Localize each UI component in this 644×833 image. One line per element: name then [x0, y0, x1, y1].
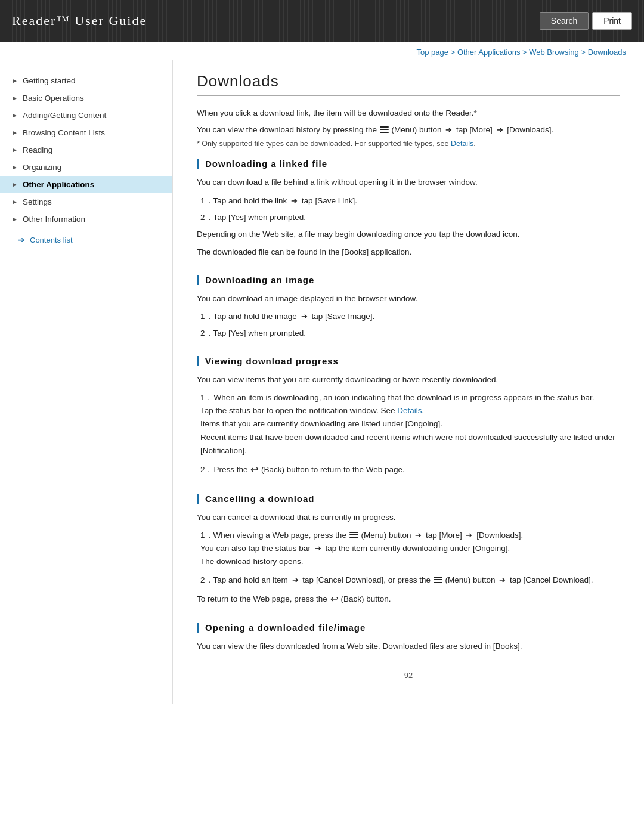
section-cancelling-download: Cancelling a download You can cancel a d…	[197, 494, 620, 608]
sidebar-item-label: Reading	[23, 145, 52, 154]
progress-step2: 2 . Press the ↩ (Back) button to return …	[197, 462, 620, 478]
sidebar-item-settings[interactable]: ► Settings	[0, 193, 172, 210]
arrow-icon: ►	[12, 78, 18, 84]
arrow-icon: ➔	[415, 529, 422, 541]
progress-ongoing: Items that you are currently downloading…	[200, 419, 442, 428]
intro-note: * Only supported file types can be downl…	[197, 140, 620, 148]
contents-list-link[interactable]: ➔ Contents list	[0, 228, 172, 249]
linked-file-extra1: Depending on the Web site, a file may be…	[197, 228, 620, 241]
image-step1: 1．Tap and hold the image ➔ tap [Save Ima…	[197, 310, 620, 323]
details-link2[interactable]: Details	[397, 406, 422, 415]
sidebar-item-label: Other Applications	[23, 180, 94, 189]
section-downloading-linked-file: Downloading a linked file You can downlo…	[197, 159, 620, 259]
menu-icon	[349, 532, 358, 538]
arrow-icon: ►	[12, 181, 18, 188]
section-viewing-progress: Viewing download progress You can view i…	[197, 356, 620, 478]
breadcrumb: Top page > Other Applications > Web Brow…	[0, 42, 644, 60]
sidebar-item-label: Organizing	[23, 163, 61, 172]
sidebar-item-label: Settings	[23, 197, 52, 206]
section-title-progress: Viewing download progress	[197, 356, 620, 366]
page-title: Downloads	[197, 72, 620, 96]
arrow-icon: ►	[12, 95, 18, 101]
page-number: 92	[197, 671, 620, 680]
section-downloading-image: Downloading an image You can download an…	[197, 275, 620, 340]
main-content: Downloads When you click a download link…	[173, 60, 644, 704]
arrow-icon: ➔	[499, 574, 506, 586]
sidebar-item-basic-operations[interactable]: ► Basic Operations	[0, 89, 172, 107]
progress-recent: Recent items that have been downloaded a…	[200, 433, 615, 455]
image-step2: 2．Tap [Yes] when prompted.	[197, 327, 620, 340]
breadcrumb-downloads[interactable]: Downloads	[588, 48, 626, 57]
cancel-step1: 1．When viewing a Web page, press the (Me…	[197, 529, 620, 569]
cancel-return: To return to the Web page, press the ↩ (…	[197, 592, 620, 607]
menu-icon	[434, 577, 442, 583]
cancel-intro: You can cancel a download that is curren…	[197, 511, 620, 524]
linked-file-extra2: The downloaded file can be found in the …	[197, 246, 620, 259]
image-intro: You can download an image displayed in t…	[197, 292, 620, 305]
linked-file-step2: 2．Tap [Yes] when prompted.	[197, 211, 620, 224]
section-title-linked-file: Downloading a linked file	[197, 159, 620, 169]
breadcrumb-web-browsing[interactable]: Web Browsing	[529, 48, 579, 57]
linked-file-step1: 1．Tap and hold the link ➔ tap [Save Link…	[197, 194, 620, 208]
intro-line1: When you click a download link, the item…	[197, 107, 620, 120]
cancel-step2: 2．Tap and hold an item ➔ tap [Cancel Dow…	[197, 574, 620, 587]
arrow-icon: ➔	[497, 124, 503, 137]
arrow-icon: ►	[12, 199, 18, 205]
progress-tap-details: Tap the status bar to open the notificat…	[200, 406, 424, 415]
cancel-history: The download history opens.	[200, 557, 304, 566]
arrow-icon: ►	[12, 216, 18, 222]
sidebar-item-label: Adding/Getting Content	[23, 111, 106, 120]
arrow-icon: ►	[12, 147, 18, 153]
arrow-icon: ➔	[292, 574, 299, 586]
sidebar-item-reading[interactable]: ► Reading	[0, 141, 172, 159]
section-title-image: Downloading an image	[197, 275, 620, 285]
sidebar-item-browsing-content-lists[interactable]: ► Browsing Content Lists	[0, 124, 172, 141]
arrow-icon: ➔	[301, 310, 308, 323]
print-button[interactable]: Print	[592, 12, 632, 30]
section-opening-downloaded: Opening a downloaded file/image You can …	[197, 623, 620, 653]
sidebar: ► Getting started ► Basic Operations ► A…	[0, 60, 173, 704]
arrow-icon: ➔	[466, 529, 472, 541]
section-body-progress: You can view items that you are currentl…	[197, 373, 620, 478]
back-icon: ↩	[250, 462, 258, 478]
arrow-icon: ➔	[291, 194, 298, 207]
sidebar-item-organizing[interactable]: ► Organizing	[0, 159, 172, 176]
sidebar-item-label: Browsing Content Lists	[23, 128, 105, 137]
section-body-open: You can view the files downloaded from a…	[197, 640, 620, 653]
arrow-icon: ►	[12, 112, 18, 119]
sidebar-item-other-applications[interactable]: ► Other Applications	[0, 176, 172, 193]
contents-list-label: Contents list	[30, 236, 73, 244]
layout: ► Getting started ► Basic Operations ► A…	[0, 60, 644, 704]
arrow-icon: ➔	[445, 124, 452, 137]
linked-file-intro: You can download a file behind a link wi…	[197, 176, 620, 189]
details-link[interactable]: Details	[451, 140, 473, 148]
section-body-linked-file: You can download a file behind a link wi…	[197, 176, 620, 259]
menu-icon	[380, 126, 389, 133]
header: Reader™ User Guide Search Print	[0, 0, 644, 42]
intro-line2: You can view the download history by pre…	[197, 123, 620, 137]
section-body-cancel: You can cancel a download that is curren…	[197, 511, 620, 608]
search-button[interactable]: Search	[540, 12, 589, 30]
cancel-also: You can also tap the status bar ➔ tap th…	[200, 544, 510, 553]
arrow-right-icon: ➔	[18, 235, 25, 244]
sidebar-item-label: Getting started	[23, 76, 76, 85]
breadcrumb-other-applications[interactable]: Other Applications	[457, 48, 521, 57]
app-title: Reader™ User Guide	[12, 13, 147, 29]
sidebar-item-label: Other Information	[23, 215, 85, 224]
section-title-open: Opening a downloaded file/image	[197, 623, 620, 633]
sidebar-item-getting-started[interactable]: ► Getting started	[0, 72, 172, 89]
sidebar-item-label: Basic Operations	[23, 94, 84, 103]
progress-intro: You can view items that you are currentl…	[197, 373, 620, 386]
sidebar-item-other-information[interactable]: ► Other Information	[0, 210, 172, 228]
header-buttons: Search Print	[540, 12, 632, 30]
section-title-cancel: Cancelling a download	[197, 494, 620, 504]
breadcrumb-top[interactable]: Top page	[417, 48, 449, 57]
back-icon: ↩	[330, 592, 338, 607]
arrow-icon: ►	[12, 164, 18, 171]
arrow-icon: ➔	[315, 542, 321, 555]
open-intro: You can view the files downloaded from a…	[197, 640, 620, 653]
section-body-image: You can download an image displayed in t…	[197, 292, 620, 340]
arrow-icon: ►	[12, 129, 18, 136]
sidebar-item-adding-getting-content[interactable]: ► Adding/Getting Content	[0, 107, 172, 124]
progress-step1: 1 . When an item is downloading, an icon…	[197, 391, 620, 457]
